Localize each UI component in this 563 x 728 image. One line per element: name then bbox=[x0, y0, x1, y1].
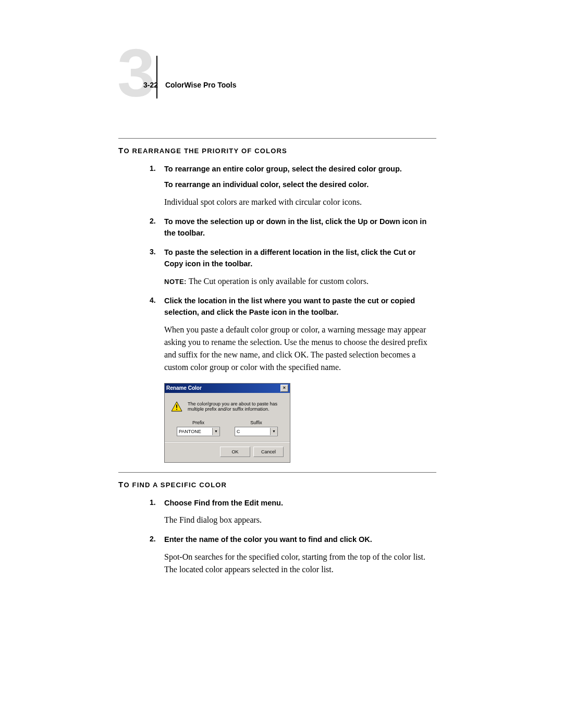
page-ref: 3-22 bbox=[143, 81, 163, 89]
step-body: Individual spot colors are marked with c… bbox=[164, 196, 436, 208]
rule-top bbox=[118, 138, 436, 139]
chevron-down-icon: ▼ bbox=[212, 428, 219, 435]
prefix-field: Prefix PANTONE ▼ bbox=[177, 420, 220, 436]
note-label: NOTE: bbox=[164, 278, 187, 286]
svg-rect-2 bbox=[176, 409, 177, 410]
dialog-title-text: Rename Color bbox=[166, 385, 202, 391]
svg-rect-1 bbox=[176, 404, 177, 408]
prefix-value: PANTONE bbox=[179, 429, 201, 434]
dialog-titlebar: Rename Color × bbox=[165, 384, 290, 393]
step-instruction: Click the location in the list where you… bbox=[164, 295, 436, 318]
page-title: ColorWise Pro Tools bbox=[165, 81, 237, 89]
rule-section bbox=[118, 472, 436, 473]
page: 3 3-22 ColorWise Pro Tools TO REARRANGE … bbox=[0, 0, 563, 89]
page-header: 3-22 ColorWise Pro Tools bbox=[143, 81, 236, 89]
step-instruction: To rearrange an entire color group, sele… bbox=[164, 163, 436, 175]
step-marker: 3. bbox=[150, 246, 156, 257]
chevron-down-icon: ▼ bbox=[270, 428, 277, 435]
step-sub-instruction: To rearrange an individual color, select… bbox=[164, 179, 436, 190]
prefix-select[interactable]: PANTONE ▼ bbox=[177, 427, 220, 436]
prefix-label: Prefix bbox=[192, 420, 204, 425]
step-marker: 1. bbox=[150, 163, 156, 174]
step-4: 4. Click the location in the list where … bbox=[150, 295, 436, 374]
steps-find: 1. Choose Find from the Edit menu. The F… bbox=[150, 497, 436, 576]
step-body: The Find dialog box appears. bbox=[164, 514, 436, 526]
suffix-value: C bbox=[237, 429, 240, 434]
chapter-number: 3 bbox=[117, 39, 155, 107]
step-note: NOTE: The Cut operation is only availabl… bbox=[164, 275, 436, 288]
step-marker: 1. bbox=[150, 497, 156, 508]
find-step-2: 2. Enter the name of the color you want … bbox=[150, 534, 436, 575]
step-instruction: To paste the selection in a different lo… bbox=[164, 246, 436, 270]
step-2: 2. To move the selection up or down in t… bbox=[150, 216, 436, 239]
step-marker: 4. bbox=[150, 295, 156, 306]
cancel-button[interactable]: Cancel bbox=[253, 447, 284, 457]
rename-color-dialog: Rename Color × The color/group you are a… bbox=[164, 383, 290, 463]
header-divider bbox=[156, 56, 157, 98]
step-body: When you paste a default color group or … bbox=[164, 324, 436, 374]
steps-rearrange: 1. To rearrange an entire color group, s… bbox=[150, 163, 436, 374]
ok-button[interactable]: OK bbox=[220, 447, 250, 457]
find-step-1: 1. Choose Find from the Edit menu. The F… bbox=[150, 497, 436, 526]
step-3: 3. To paste the selection in a different… bbox=[150, 246, 436, 288]
step-1: 1. To rearrange an entire color group, s… bbox=[150, 163, 436, 208]
step-instruction: Enter the name of the color you want to … bbox=[164, 534, 436, 545]
warning-icon bbox=[171, 401, 182, 412]
suffix-label: Suffix bbox=[250, 420, 262, 425]
step-instruction: To move the selection up or down in the … bbox=[164, 216, 436, 239]
step-instruction: Choose Find from the Edit menu. bbox=[164, 497, 436, 509]
step-marker: 2. bbox=[150, 534, 156, 545]
body: TO REARRANGE THE PRIORITY OF COLORS 1. T… bbox=[118, 146, 436, 583]
section-heading-find: TO FIND A SPECIFIC COLOR bbox=[118, 480, 436, 489]
suffix-field: Suffix C ▼ bbox=[235, 420, 278, 436]
step-body: Spot-On searches for the specified color… bbox=[164, 551, 436, 576]
note-text: The Cut operation is only available for … bbox=[189, 277, 369, 286]
dialog-separator bbox=[165, 441, 290, 442]
dialog-body: The color/group you are about to paste h… bbox=[165, 393, 290, 462]
step-marker: 2. bbox=[150, 216, 156, 227]
suffix-select[interactable]: C ▼ bbox=[235, 427, 278, 436]
close-icon[interactable]: × bbox=[280, 385, 288, 392]
dialog-message: The color/group you are about to paste h… bbox=[188, 401, 284, 412]
section-heading-rearrange: TO REARRANGE THE PRIORITY OF COLORS bbox=[118, 146, 436, 155]
